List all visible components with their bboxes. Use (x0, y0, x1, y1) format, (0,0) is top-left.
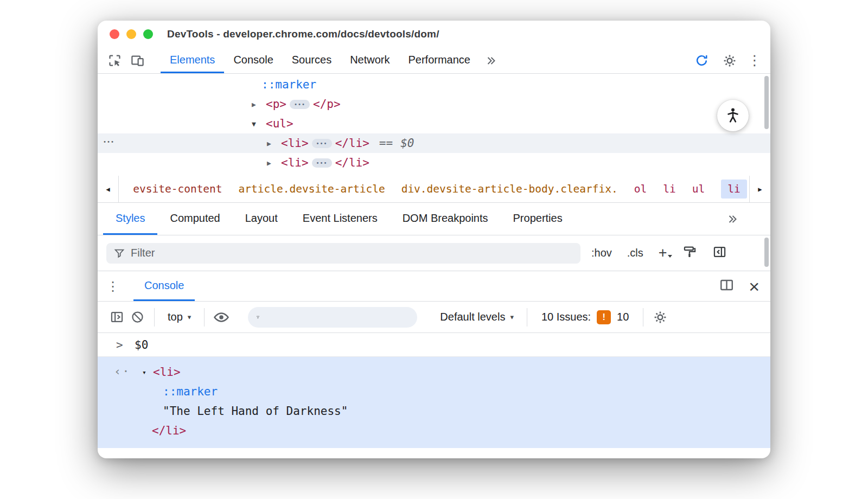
breadcrumb-item-li[interactable]: li (663, 183, 675, 195)
tab-properties[interactable]: Properties (501, 203, 575, 235)
drawer-menu-button[interactable]: ⋮ (102, 271, 124, 301)
inline-expand-icon[interactable]: ••• (312, 139, 332, 148)
tab-elements[interactable]: Elements (161, 48, 224, 73)
tree-node-marker-pseudo[interactable]: ::marker (98, 75, 770, 94)
breadcrumb-item-ul[interactable]: ul (692, 183, 705, 195)
elements-scrollbar-thumb[interactable] (764, 76, 769, 129)
tree-node-li[interactable]: ▶<li>•••</li> (98, 153, 770, 172)
minimize-window-button[interactable] (126, 29, 136, 39)
split-panel-icon (719, 277, 735, 293)
toolbar-separator (527, 308, 527, 327)
update-button[interactable] (690, 53, 713, 68)
tree-node-li-selected[interactable]: ••• ▶<li>•••</li>==$0 (98, 133, 770, 153)
paint-roller-button[interactable] (682, 245, 697, 262)
log-levels-dropdown[interactable]: Default levels ▾ (433, 311, 520, 323)
console-toolbar: top ▾ Default levels ▾ 10 Issues: ! 10 (98, 302, 770, 333)
tab-console[interactable]: Console (224, 48, 282, 73)
inline-expand-icon[interactable]: ••• (290, 100, 310, 109)
breadcrumb-item-ol[interactable]: ol (634, 183, 647, 195)
node-menu-dots-icon[interactable]: ••• (103, 139, 114, 145)
tab-dom-breakpoints[interactable]: DOM Breakpoints (390, 203, 501, 235)
accessibility-button[interactable] (717, 100, 749, 131)
javascript-context-dropdown[interactable]: top ▾ (161, 311, 197, 323)
issues-counter[interactable]: 10 Issues: ! 10 (534, 310, 636, 324)
twisty-collapsed-icon[interactable]: ▶ (267, 139, 281, 148)
twisty-expanded-icon[interactable]: ▼ (252, 120, 266, 128)
window-title: DevTools - developer.chrome.com/docs/dev… (167, 28, 439, 40)
more-panels-button[interactable] (480, 48, 502, 73)
chevron-down-icon: ▾ (188, 313, 192, 321)
console-messages: > $0 ‹· ▾<li> ::marker "The Left Hand of… (98, 333, 770, 458)
breadcrumb-scroll-right-button[interactable]: ▶ (749, 176, 770, 202)
tab-styles[interactable]: Styles (103, 203, 157, 235)
breadcrumb-item-div[interactable]: div.devsite-article-body.clearfix. (401, 183, 618, 195)
live-expression-button[interactable] (211, 307, 232, 328)
issues-count: 10 (617, 311, 629, 323)
tree-node-ul[interactable]: ▼<ul> (98, 114, 770, 133)
chevron-down-icon: ▾ (510, 313, 514, 321)
element-classes-toggle[interactable]: .cls (627, 247, 643, 259)
twisty-collapsed-icon[interactable]: ▶ (252, 100, 266, 108)
double-chevron-icon (726, 213, 739, 226)
breadcrumb-item-devsite-content[interactable]: evsite-content (133, 183, 222, 195)
zoom-window-button[interactable] (143, 29, 153, 39)
breadcrumb-item-article[interactable]: article.devsite-article (239, 183, 385, 195)
console-drawer-header: ⋮ Console × (98, 271, 770, 302)
styles-filter-bar: :hov .cls + (98, 235, 770, 271)
elements-tree: ::marker ▶<p>•••</p> ▼<ul> ••• ▶<li>•••<… (98, 74, 770, 176)
tab-event-listeners[interactable]: Event Listeners (290, 203, 390, 235)
gear-icon (653, 310, 667, 324)
inspect-element-button[interactable] (103, 48, 126, 73)
toggle-sidebar-button[interactable] (712, 245, 727, 262)
result-arrow-icon: ‹· (114, 364, 131, 378)
console-filter-text-field[interactable] (265, 311, 409, 323)
main-menu-button[interactable]: ⋮ (746, 52, 763, 69)
more-styles-tabs-button[interactable] (726, 203, 770, 235)
drawer-right-icons: × (719, 271, 760, 301)
console-command-row: > $0 (98, 333, 770, 357)
tab-sources[interactable]: Sources (283, 48, 341, 73)
titlebar: DevTools - developer.chrome.com/docs/dev… (98, 21, 770, 48)
pseudo-state-toggle[interactable]: :hov (591, 247, 612, 259)
drawer-tab-console[interactable]: Console (133, 271, 195, 301)
split-view-button[interactable] (719, 277, 735, 295)
gear-icon (723, 54, 737, 68)
tag-close: </li> (335, 137, 369, 150)
twisty-expanded-icon[interactable]: ▾ (142, 368, 153, 376)
console-sidebar-button[interactable] (106, 307, 127, 328)
styles-filter-actions: :hov .cls + (591, 245, 727, 262)
new-style-rule-button[interactable]: + (659, 246, 667, 260)
tab-performance[interactable]: Performance (399, 48, 480, 73)
console-settings-button[interactable] (650, 307, 671, 328)
traffic-lights (110, 29, 153, 39)
toolbar-spacer (502, 48, 690, 73)
issues-label: 10 Issues: (541, 311, 591, 323)
command-chevron-icon: > (116, 338, 135, 351)
tag-open: <p> (266, 98, 286, 111)
clear-console-button[interactable] (127, 307, 148, 328)
context-label: top (168, 311, 183, 323)
refresh-icon (694, 53, 709, 68)
devtools-window: DevTools - developer.chrome.com/docs/dev… (98, 21, 770, 458)
tag-open: <li> (281, 137, 309, 150)
tag-close: </li> (335, 156, 369, 169)
styles-filter-text-field[interactable] (131, 247, 573, 259)
close-window-button[interactable] (110, 29, 119, 39)
settings-button[interactable] (718, 54, 741, 68)
tab-computed[interactable]: Computed (157, 203, 232, 235)
tab-layout[interactable]: Layout (233, 203, 290, 235)
inline-expand-icon[interactable]: ••• (312, 158, 332, 168)
console-filter-input[interactable] (248, 307, 417, 328)
breadcrumb: evsite-content article.devsite-article d… (119, 176, 749, 202)
styles-filter-input[interactable] (106, 243, 580, 264)
tab-network[interactable]: Network (341, 48, 399, 73)
styles-scrollbar-thumb[interactable] (764, 238, 769, 267)
tree-node-p[interactable]: ▶<p>•••</p> (98, 94, 770, 114)
breadcrumb-item-li-selected[interactable]: li (721, 180, 746, 199)
breadcrumb-scroll-left-button[interactable]: ◀ (98, 176, 119, 202)
twisty-collapsed-icon[interactable]: ▶ (267, 159, 281, 167)
toolbar-separator (154, 308, 155, 327)
kebab-menu-icon: ⋮ (106, 279, 119, 294)
close-drawer-button[interactable]: × (749, 277, 760, 296)
device-toolbar-button[interactable] (126, 48, 149, 73)
